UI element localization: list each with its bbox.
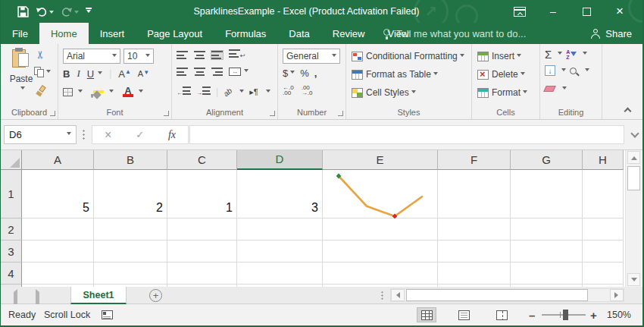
- top-align-icon[interactable]: [177, 51, 188, 59]
- scroll-up-icon[interactable]: [627, 151, 640, 164]
- redo-icon[interactable]: [61, 6, 79, 17]
- vertical-scroll-thumb[interactable]: [627, 166, 640, 190]
- row-header-3[interactable]: 3: [1, 241, 22, 263]
- clear-icon[interactable]: [543, 86, 556, 92]
- cell-E3[interactable]: [323, 241, 438, 263]
- cell-A2[interactable]: [22, 219, 94, 241]
- cell-G1[interactable]: [511, 170, 583, 219]
- fill-color-button[interactable]: [93, 91, 104, 93]
- cell-F2[interactable]: [438, 219, 511, 241]
- italic-button[interactable]: I: [77, 68, 80, 80]
- cell-A3[interactable]: [22, 241, 94, 263]
- align-left-icon[interactable]: [177, 68, 188, 76]
- row-header-1[interactable]: 1: [1, 170, 22, 219]
- sort-filter-dropdown[interactable]: [583, 52, 587, 57]
- undo-icon[interactable]: [36, 6, 54, 17]
- increase-decimal-button[interactable]: ←.0.00: [283, 85, 294, 96]
- maximize-icon[interactable]: [570, 0, 603, 23]
- cell-B2[interactable]: [94, 219, 167, 241]
- tell-me-box[interactable]: Tell me what you want to do...: [383, 23, 526, 44]
- customize-qat-icon[interactable]: [86, 8, 92, 15]
- delete-cells-button[interactable]: Delete: [477, 66, 525, 83]
- collapse-ribbon-icon[interactable]: [624, 108, 632, 115]
- underline-dropdown[interactable]: [98, 71, 102, 77]
- increase-indent-button[interactable]: →: [196, 86, 211, 97]
- tab-insert[interactable]: Insert: [89, 23, 136, 44]
- cell-G4[interactable]: [511, 263, 583, 285]
- cut-button[interactable]: ✂: [36, 49, 45, 61]
- cancel-icon[interactable]: ×: [105, 128, 111, 142]
- column-header-H[interactable]: H: [583, 150, 624, 170]
- fill-color-dropdown[interactable]: [109, 90, 114, 95]
- copy-dropdown[interactable]: [46, 70, 51, 75]
- format-as-table-button[interactable]: Format as Table: [352, 66, 438, 83]
- copy-button[interactable]: [34, 67, 51, 77]
- column-header-C[interactable]: C: [167, 150, 237, 170]
- cell-A1[interactable]: 5: [22, 170, 94, 219]
- borders-dropdown[interactable]: [78, 90, 83, 95]
- insert-cells-button[interactable]: Insert: [477, 48, 521, 64]
- find-dropdown[interactable]: [585, 68, 589, 74]
- expand-formula-bar-icon[interactable]: [630, 129, 639, 137]
- name-box-dropdown[interactable]: [67, 132, 71, 137]
- close-icon[interactable]: ×: [603, 0, 636, 23]
- decrease-decimal-button[interactable]: .00→.0: [302, 85, 313, 96]
- column-header-F[interactable]: F: [438, 150, 511, 170]
- font-dialog-launcher-icon[interactable]: [164, 111, 169, 116]
- scroll-left-icon[interactable]: [391, 289, 405, 301]
- enter-icon[interactable]: ✓: [136, 129, 144, 140]
- cell-B1[interactable]: 2: [94, 170, 167, 219]
- paste-dropdown[interactable]: [20, 86, 25, 92]
- zoom-slider-handle[interactable]: [563, 310, 568, 320]
- redo-dropdown[interactable]: [74, 11, 79, 16]
- row-header-2[interactable]: 2: [1, 219, 22, 241]
- normal-view-button[interactable]: [417, 307, 436, 322]
- text-direction-icon[interactable]: ▸¶: [249, 87, 258, 97]
- cell-A4[interactable]: [22, 263, 94, 285]
- minimize-icon[interactable]: –: [536, 0, 570, 23]
- cell-F4[interactable]: [438, 263, 511, 285]
- cell-D3[interactable]: [237, 241, 323, 263]
- sort-filter-button[interactable]: AZ: [566, 49, 577, 60]
- fill-dropdown[interactable]: [561, 68, 566, 74]
- underline-button[interactable]: U: [87, 68, 94, 80]
- column-header-A[interactable]: A: [22, 150, 94, 170]
- page-break-view-button[interactable]: [492, 307, 511, 322]
- cell-E2[interactable]: [323, 219, 438, 241]
- comma-button[interactable]: ,: [314, 68, 317, 79]
- insert-function-icon[interactable]: fx: [168, 129, 176, 141]
- borders-icon[interactable]: [63, 88, 73, 96]
- cell-F1[interactable]: [438, 170, 511, 219]
- tab-review[interactable]: Review: [321, 23, 377, 44]
- zoom-level[interactable]: 150%: [607, 304, 631, 325]
- tab-formulas[interactable]: Formulas: [214, 23, 277, 44]
- cell-D2[interactable]: [237, 219, 323, 241]
- format-painter-button[interactable]: [36, 86, 46, 96]
- cell-D1[interactable]: 3: [237, 170, 323, 219]
- cell-C4[interactable]: [167, 263, 237, 285]
- align-center-icon[interactable]: [194, 68, 205, 76]
- autosum-button[interactable]: Σ: [545, 48, 552, 61]
- cell-G3[interactable]: [511, 241, 583, 263]
- column-header-B[interactable]: B: [94, 150, 167, 170]
- sheet-tab-sheet1[interactable]: Sheet1: [70, 287, 127, 304]
- grow-font-button[interactable]: A▲: [118, 68, 131, 80]
- cell-C2[interactable]: [167, 219, 237, 241]
- orientation-dropdown[interactable]: [239, 90, 244, 95]
- conditional-formatting-button[interactable]: Conditional Formatting: [352, 48, 464, 64]
- orientation-icon[interactable]: ab: [222, 86, 234, 98]
- decrease-indent-button[interactable]: ←: [177, 86, 191, 97]
- merge-center-icon[interactable]: ↔: [229, 68, 241, 76]
- name-box[interactable]: D6: [4, 125, 77, 144]
- tab-page-layout[interactable]: Page Layout: [136, 23, 214, 44]
- cell-E1[interactable]: [323, 170, 438, 219]
- share-button[interactable]: Share: [591, 23, 632, 44]
- cell-D4[interactable]: [237, 263, 323, 285]
- paste-button[interactable]: Paste: [5, 48, 37, 104]
- select-all-button[interactable]: [1, 150, 22, 170]
- font-name-select[interactable]: Arial: [63, 49, 120, 64]
- scroll-down-icon[interactable]: [627, 273, 640, 286]
- cell-F3[interactable]: [438, 241, 511, 263]
- column-header-D[interactable]: D: [237, 150, 323, 170]
- cell-B3[interactable]: [94, 241, 167, 263]
